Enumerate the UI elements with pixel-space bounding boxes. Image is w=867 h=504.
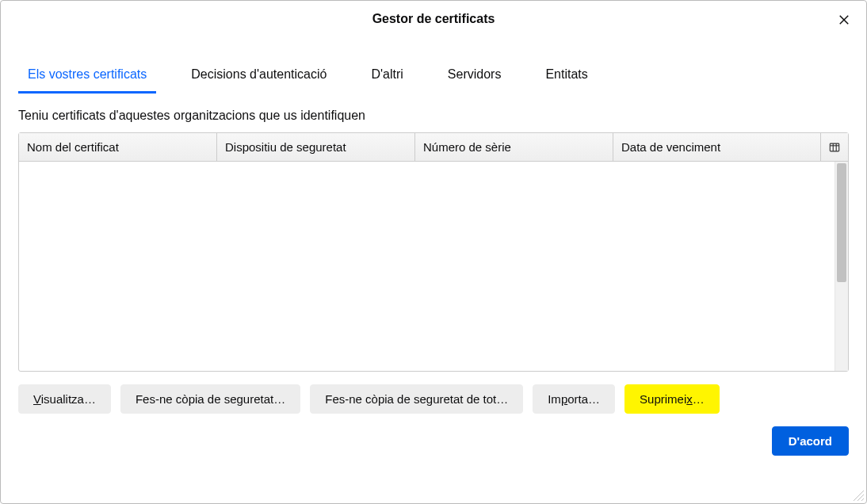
close-icon — [837, 13, 851, 27]
tab-your-certificates[interactable]: Els vostres certificats — [18, 59, 156, 94]
tab-people[interactable]: D'altri — [361, 59, 412, 94]
tab-authorities[interactable]: Entitats — [536, 59, 597, 94]
resize-grip[interactable] — [850, 487, 865, 502]
column-header-name[interactable]: Nom del certificat — [19, 133, 217, 161]
svg-line-8 — [861, 498, 864, 501]
delete-access-key: x — [686, 392, 693, 406]
action-bar: Visualitza… Fes-ne còpia de seguretat… F… — [1, 372, 866, 420]
view-access-key: V — [33, 392, 41, 406]
delete-label-rest: … — [693, 392, 705, 406]
scrollbar-thumb[interactable] — [837, 163, 846, 282]
vertical-scrollbar[interactable] — [835, 162, 848, 371]
ok-button[interactable]: D'acord — [772, 426, 849, 456]
dialog-title: Gestor de certificats — [372, 12, 495, 26]
table-body — [19, 162, 848, 371]
backup-all-button[interactable]: Fes-ne còpia de seguretat de tot… — [310, 384, 523, 414]
column-header-serial[interactable]: Número de sèrie — [415, 133, 613, 161]
column-picker-button[interactable] — [821, 133, 848, 161]
view-label-rest: isualitza… — [41, 392, 96, 406]
import-label-prefix: Im — [548, 392, 561, 406]
view-button[interactable]: Visualitza… — [18, 384, 111, 414]
dialog-footer: D'acord — [1, 420, 866, 470]
tab-auth-decisions[interactable]: Decisions d'autenticació — [181, 59, 336, 94]
tab-bar: Els vostres certificats Decisions d'aute… — [1, 59, 866, 94]
delete-label-prefix: Suprimei — [640, 392, 686, 406]
tab-servers[interactable]: Servidors — [438, 59, 511, 94]
table-header-row: Nom del certificat Dispositiu de seguret… — [19, 133, 848, 162]
svg-rect-2 — [830, 143, 838, 151]
dialog-header: Gestor de certificats — [1, 1, 866, 37]
import-button[interactable]: Importa… — [533, 384, 615, 414]
certificate-table: Nom del certificat Dispositiu de seguret… — [18, 132, 849, 372]
backup-button[interactable]: Fes-ne còpia de seguretat… — [120, 384, 300, 414]
column-picker-icon — [829, 142, 840, 153]
close-button[interactable] — [833, 9, 855, 31]
import-access-key: p — [561, 392, 567, 406]
column-header-device[interactable]: Dispositiu de seguretat — [217, 133, 415, 161]
certificate-manager-dialog: Gestor de certificats Els vostres certif… — [0, 0, 867, 504]
import-label-rest: orta… — [567, 392, 600, 406]
panel-description: Teniu certificats d'aquestes organitzaci… — [1, 94, 866, 132]
column-header-expiry[interactable]: Data de venciment — [613, 133, 821, 161]
delete-button[interactable]: Suprimeix… — [624, 384, 720, 414]
resize-grip-icon — [850, 487, 865, 502]
